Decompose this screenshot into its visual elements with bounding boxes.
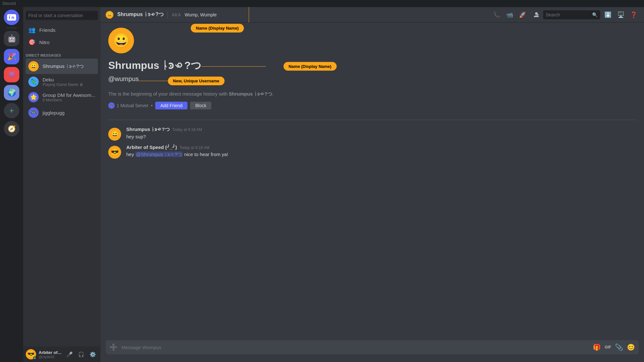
app-title: Discord: [3, 1, 16, 6]
welcome-actions: 🎮 1 Mutual Server • Add Friend Block: [108, 102, 636, 109]
message-avatar-2: 😎: [108, 146, 121, 159]
groupdm-name: Group DM for Awesom...: [43, 92, 95, 98]
emoji-icon: 😊: [627, 343, 635, 351]
search-input[interactable]: [26, 11, 98, 20]
message-author-2: Arbiter of Speed (╯_╯): [126, 144, 177, 150]
chat-header-username: Shrumpus ᚿꜿ꩜?つ: [117, 11, 164, 18]
nitro-boost-button[interactable]: 🚀: [517, 10, 528, 20]
chat-welcome: 😀 Shrumpus ᚿꜿ꩜?つ Name (Display Name) @wu…: [101, 23, 644, 115]
jigglepugg-name: jigglepugg: [43, 110, 64, 116]
welcome-username: @wumpus: [108, 75, 139, 83]
deku-status: Playing Game Name 🖥: [43, 82, 83, 87]
welcome-text-end: .: [272, 91, 274, 97]
dm-list: 😀 Shrumpus ᚿꜿ꩜?つ 🦎 Deku Playing Game Nam…: [23, 59, 101, 347]
add-friend-header-button[interactable]: [530, 10, 541, 20]
help-button[interactable]: ❓: [629, 10, 639, 20]
dm-item-deku[interactable]: 🦎 Deku Playing Game Name 🖥: [26, 74, 98, 89]
tooltip-line-header: [249, 7, 249, 23]
discover-button[interactable]: 🧭: [4, 121, 19, 136]
dm-item-groupdm[interactable]: 🌟 Group DM for Awesom... 9 Members: [26, 89, 98, 105]
shrumpus-name: Shrumpus ᚿꜿ꩜?つ: [43, 63, 84, 70]
user-panel-avatar: 😎: [26, 349, 36, 359]
aka-names: Wump, Wumple: [185, 12, 216, 17]
name-display-tooltip-2: Name (Display Name): [284, 62, 337, 71]
welcome-display-name: Shrumpus ᚿꜿ꩜?つ: [108, 59, 201, 73]
friends-icon: 👥: [28, 26, 35, 33]
gift-icon: 🎁: [593, 343, 601, 351]
deku-avatar: 🦎: [28, 77, 39, 87]
chat-header-avatar: 😀: [106, 11, 113, 19]
main-content: 😀 Shrumpus ᚿꜿ꩜?つ AKA Wump, Wumple 📞 📹 🚀: [101, 7, 644, 362]
friends-label: Friends: [39, 27, 55, 33]
message-text-1: hey sup?: [126, 133, 636, 140]
chat-scrollable[interactable]: 😀 Shrumpus ᚿꜿ꩜?つ Name (Display Name) @wu…: [101, 23, 644, 340]
add-attachment-button[interactable]: ➕: [108, 342, 119, 352]
settings-button[interactable]: ⚙️: [88, 349, 98, 359]
message-prefix: hey: [126, 152, 135, 157]
welcome-bold-name: Shrumpus ᚿꜿ꩜?つ: [229, 91, 272, 97]
shrumpus-info: Shrumpus ᚿꜿ꩜?つ: [43, 63, 84, 70]
header-search: 🔍: [543, 10, 600, 19]
groupdm-status: 9 Members: [43, 98, 95, 102]
message-timestamp-2: Today at 9:18 AM: [179, 145, 209, 150]
mutual-server-icon: 🎮: [108, 102, 115, 109]
dm-item-jigglepugg[interactable]: 🎮 jigglepugg: [26, 105, 98, 120]
jigglepugg-avatar: 🎮: [28, 107, 39, 118]
server-icon-planet[interactable]: 🌍: [4, 85, 19, 100]
server-icon-party[interactable]: 🎉: [4, 49, 19, 64]
message-content-2: Arbiter of Speed (╯_╯) Today at 9:18 AM …: [126, 144, 636, 159]
user-panel: 😎 Arbiter of Sp... @clyde32 🎤 🎧 ⚙️: [23, 347, 101, 362]
message-header-1: Shrumpus ᚿꜿ꩜?つ Today at 9:18 AM: [126, 126, 636, 133]
welcome-text: The is the beginning of your direct mess…: [108, 90, 636, 98]
welcome-text-prefix: The is the beginning of your direct mess…: [108, 91, 229, 97]
chat-input-area: ➕ 🎁 GIF 📎 😊: [101, 340, 644, 362]
tooltip-line-username: [139, 81, 168, 81]
chat-divider: [108, 120, 636, 120]
dm-item-shrumpus[interactable]: 😀 Shrumpus ᚿꜿ꩜?つ: [26, 59, 98, 74]
message-content-1: Shrumpus ᚿꜿ꩜?つ Today at 9:18 AM hey sup?: [126, 126, 636, 141]
friends-nav-item[interactable]: 👥 Friends: [26, 24, 98, 36]
message-group-1: 😀 Shrumpus ᚿꜿ꩜?つ Today at 9:18 AM hey su…: [101, 125, 644, 142]
message-mention[interactable]: @Shrumpus ᚿꜿ꩜?つ: [135, 152, 183, 157]
server-icon-robot[interactable]: 🤖: [4, 31, 19, 46]
home-button[interactable]: [4, 10, 19, 25]
welcome-avatar: 😀: [108, 28, 134, 53]
sticker-button[interactable]: 📎: [614, 342, 624, 352]
online-status-dot: [33, 357, 36, 360]
input-right-actions: 🎁 GIF 📎 😊: [591, 342, 636, 352]
call-button[interactable]: 📞: [492, 10, 502, 20]
server-icon-alien[interactable]: 👾: [4, 67, 19, 82]
block-button[interactable]: Block: [190, 102, 211, 109]
deku-name: Deku: [43, 77, 83, 82]
jigglepugg-info: jigglepugg: [43, 110, 64, 116]
message-text-2: hey @Shrumpus ᚿꜿ꩜?つ nice to hear from ya…: [126, 151, 636, 158]
download-button[interactable]: ⬇️: [603, 10, 613, 20]
shrumpus-avatar: 😀: [28, 61, 39, 71]
user-panel-name: Arbiter of Sp...: [39, 350, 62, 355]
header-search-input[interactable]: [546, 12, 591, 17]
emoji-button[interactable]: 😊: [626, 342, 636, 352]
nitro-nav-item[interactable]: 🎯 Nitro: [26, 36, 98, 48]
message-group-2: 😎 Arbiter of Speed (╯_╯) Today at 9:18 A…: [101, 143, 644, 160]
nitro-icon: 🎯: [28, 39, 35, 46]
message-suffix: nice to hear from ya!: [183, 152, 228, 157]
message-avatar-1: 😀: [108, 128, 121, 141]
deafen-button[interactable]: 🎧: [76, 349, 86, 359]
add-server-button[interactable]: +: [4, 103, 19, 118]
message-input[interactable]: [121, 341, 589, 353]
chat-input-box: ➕ 🎁 GIF 📎 😊: [106, 340, 639, 354]
groupdm-info: Group DM for Awesom... 9 Members: [43, 92, 95, 102]
video-button[interactable]: 📹: [505, 10, 515, 20]
message-timestamp-1: Today at 9:18 AM: [172, 127, 202, 132]
gift-button[interactable]: 🎁: [591, 342, 602, 352]
inbox-button[interactable]: 🖥️: [616, 10, 626, 20]
gif-button[interactable]: GIF: [603, 344, 612, 351]
user-panel-controls: 🎤 🎧 ⚙️: [64, 349, 98, 359]
server-divider: [6, 28, 17, 28]
dot-separator: •: [151, 103, 153, 108]
add-friend-button[interactable]: Add Friend: [155, 102, 187, 109]
mute-button[interactable]: 🎤: [64, 349, 75, 359]
header-divider: [168, 11, 168, 19]
dm-section-header: DIRECT MESSAGES: [23, 48, 101, 59]
nitro-label: Nitro: [39, 40, 50, 45]
